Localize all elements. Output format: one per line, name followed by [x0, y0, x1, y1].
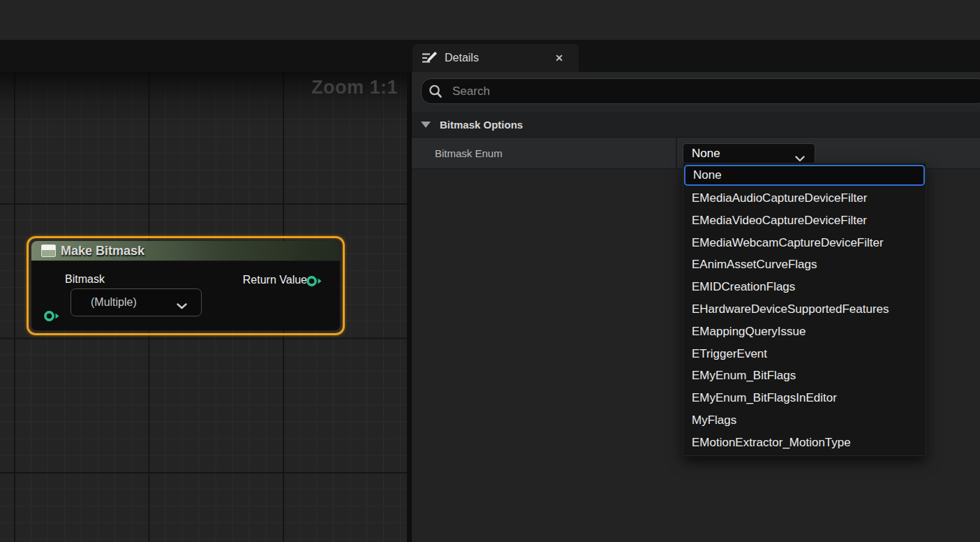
search-section — [412, 72, 980, 112]
bitmask-enum-dropdown-text: None — [692, 147, 720, 161]
tab-details-label: Details — [445, 52, 479, 64]
enum-dropdown-item[interactable]: EMediaAudioCaptureDeviceFilter — [683, 187, 926, 210]
tab-well: Details ✕ — [0, 40, 980, 72]
enum-dropdown-item[interactable]: EMyEnum_BitFlagsInEditor — [683, 387, 926, 409]
input-pin-label: Bitmask — [65, 273, 105, 286]
enum-dropdown-item[interactable]: ETriggerEvent — [683, 343, 926, 365]
make-struct-icon — [41, 244, 56, 257]
details-panel-icon — [421, 51, 437, 65]
bitmask-value-dropdown-text: (Multiple) — [91, 296, 137, 309]
enum-dropdown-item[interactable]: EAnimAssetCurveFlags — [683, 254, 926, 276]
search-input[interactable] — [452, 85, 980, 98]
section-title: Bitmask Options — [440, 119, 523, 131]
chevron-down-icon — [177, 300, 187, 312]
enum-dropdown-item[interactable]: EMyEnum_BitFlags — [683, 365, 926, 387]
enum-dropdown-item[interactable]: EHardwareDeviceSupportedFeatures — [683, 298, 926, 321]
enum-dropdown-menu: None EMediaAudioCaptureDeviceFilter EMed… — [683, 163, 926, 456]
tab-details[interactable]: Details ✕ — [413, 44, 579, 72]
output-pin-label: Return Value — [243, 274, 307, 286]
node-title: Make Bitmask — [61, 244, 144, 258]
bitmask-value-dropdown[interactable]: (Multiple) — [70, 288, 202, 316]
zoom-level-indicator: Zoom 1:1 — [311, 77, 398, 98]
unreal-blueprint-editor: Details ✕ Zoom 1:1 Make Bitmask Bitmask — [0, 0, 980, 542]
enum-dropdown-item[interactable]: EMappingQueryIssue — [683, 321, 926, 343]
close-icon[interactable]: ✕ — [555, 44, 563, 72]
node-header[interactable]: Make Bitmask — [31, 241, 340, 261]
property-name-cell: Bitmask Enum — [412, 138, 677, 168]
window-top-bar — [0, 0, 980, 40]
node-selection-outline: Make Bitmask Bitmask (Multiple) — [27, 236, 345, 335]
bitmask-input-pin-icon[interactable] — [43, 310, 60, 325]
enum-dropdown-item[interactable]: EMediaVideoCaptureDeviceFilter — [683, 210, 926, 232]
return-value-pin-icon[interactable] — [306, 275, 322, 290]
enum-dropdown-item[interactable]: MyFlags — [683, 409, 926, 432]
chevron-expanded-icon[interactable] — [421, 122, 431, 128]
enum-dropdown-item[interactable]: None — [684, 165, 925, 186]
bitmask-enum-dropdown[interactable]: None — [683, 143, 815, 164]
property-label: Bitmask Enum — [435, 147, 503, 159]
blueprint-graph-canvas[interactable]: Zoom 1:1 Make Bitmask Bitmask — [0, 72, 407, 542]
section-bitmask-options[interactable]: Bitmask Options — [412, 112, 980, 138]
panel-splitter[interactable] — [407, 72, 412, 542]
enum-dropdown-item[interactable]: EMIDCreationFlags — [683, 276, 926, 298]
node-body: Bitmask (Multiple) Return Value — [31, 261, 340, 325]
enum-dropdown-item[interactable]: EMediaWebcamCaptureDeviceFilter — [683, 232, 926, 254]
search-box[interactable] — [421, 78, 980, 104]
search-icon — [428, 84, 443, 99]
enum-dropdown-item[interactable]: EMotionExtractor_MotionType — [683, 432, 926, 454]
node-make-bitmask[interactable]: Make Bitmask Bitmask (Multiple) — [31, 241, 340, 330]
